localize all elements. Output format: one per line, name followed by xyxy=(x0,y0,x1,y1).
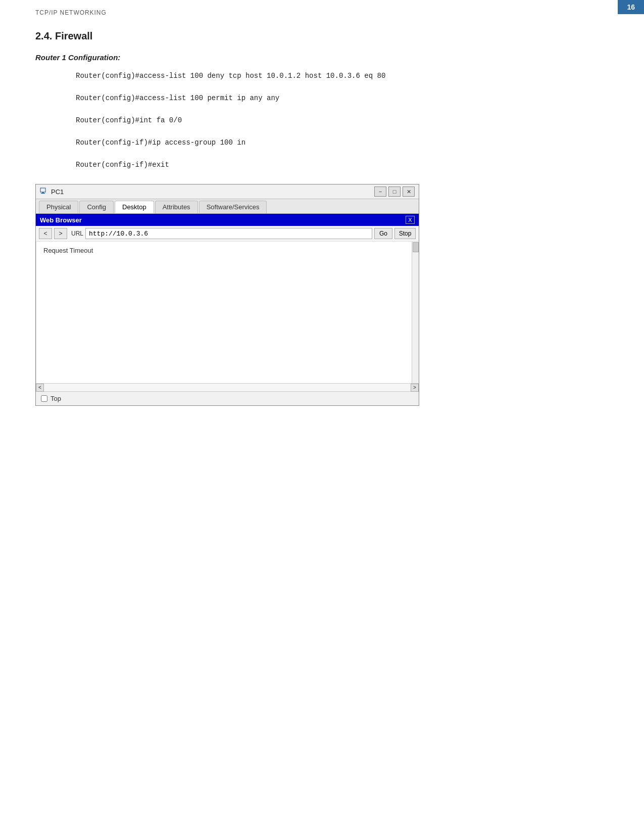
window-titlebar: PC1 − □ ✕ xyxy=(36,184,419,199)
code-line-2: Router(config)#access-list 100 permit ip… xyxy=(76,94,609,102)
go-button[interactable]: Go xyxy=(374,228,392,239)
titlebar-left: PC1 xyxy=(40,188,64,196)
tab-config[interactable]: Config xyxy=(79,201,114,213)
top-checkbox[interactable] xyxy=(41,395,47,402)
url-input[interactable] xyxy=(85,228,372,239)
scroll-right-arrow[interactable]: > xyxy=(411,384,419,392)
maximize-button[interactable]: □ xyxy=(388,187,401,197)
scrollbar-bottom: < > xyxy=(36,383,419,391)
top-checkbox-row: Top xyxy=(36,391,419,405)
forward-button[interactable]: > xyxy=(54,228,67,239)
scroll-left-arrow[interactable]: < xyxy=(36,384,44,392)
section-title: 2.4. Firewall xyxy=(35,30,609,42)
code-line-3: Router(config)#int fa 0/0 xyxy=(76,116,609,124)
code-line-1: Router(config)#access-list 100 deny tcp … xyxy=(76,72,609,80)
url-label: URL xyxy=(71,230,83,237)
top-label: Top xyxy=(51,395,61,402)
tab-physical[interactable]: Physical xyxy=(39,201,78,213)
svg-rect-1 xyxy=(42,192,44,193)
stop-button[interactable]: Stop xyxy=(394,228,416,239)
browser-content-container: Request Timeout xyxy=(36,242,419,383)
url-bar-row: < > URL Go Stop xyxy=(36,226,419,242)
pc1-window: PC1 − □ ✕ Physical Config Desktop Attrib… xyxy=(35,184,419,406)
tab-attributes[interactable]: Attributes xyxy=(155,201,198,213)
web-browser-bar: Web Browser X xyxy=(36,214,419,226)
tab-desktop[interactable]: Desktop xyxy=(115,201,154,213)
tab-software-services[interactable]: Software/Services xyxy=(199,201,267,213)
window-tabs: Physical Config Desktop Attributes Softw… xyxy=(36,199,419,214)
code-block: Router(config)#access-list 100 deny tcp … xyxy=(76,72,609,169)
sub-heading: Router 1 Configuration: xyxy=(35,53,609,62)
minimize-button[interactable]: − xyxy=(374,187,386,197)
window-title: PC1 xyxy=(51,188,64,196)
svg-rect-2 xyxy=(41,193,45,194)
browser-content: Request Timeout xyxy=(36,242,419,383)
window-controls: − □ ✕ xyxy=(374,187,415,197)
code-line-4: Router(config-if)#ip access-group 100 in xyxy=(76,138,609,147)
close-button[interactable]: ✕ xyxy=(403,187,415,197)
pc-icon xyxy=(40,188,48,196)
web-browser-title: Web Browser xyxy=(40,216,82,224)
document-header: TCP/IP NETWORKING xyxy=(35,9,107,16)
scrollbar-right[interactable] xyxy=(412,242,419,383)
browser-close-button[interactable]: X xyxy=(406,216,415,224)
svg-rect-0 xyxy=(40,188,45,192)
scroll-track[interactable] xyxy=(44,384,411,391)
browser-content-text: Request Timeout xyxy=(43,247,93,254)
page-number: 16 xyxy=(618,0,644,14)
code-line-5: Router(config-if)#exit xyxy=(76,161,609,169)
back-button[interactable]: < xyxy=(39,228,52,239)
